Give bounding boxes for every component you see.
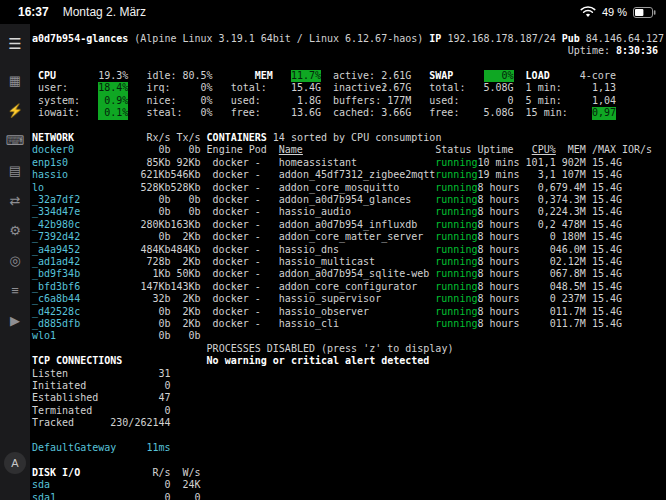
mem-label: buffers: bbox=[333, 95, 381, 107]
container-engine: docker bbox=[213, 219, 249, 231]
ip-address: 192.168.178.187/24 bbox=[447, 33, 555, 45]
container-uptime: 8 hours bbox=[478, 194, 520, 206]
cpu-iowait: 0.1% bbox=[98, 107, 128, 119]
status-date: Montag 2. März bbox=[63, 5, 146, 19]
rx-value: 280Kb bbox=[140, 219, 170, 231]
mem-title: MEM bbox=[255, 70, 273, 82]
container-uptime: 8 hours bbox=[478, 293, 520, 305]
settings-icon[interactable]: ⚙ bbox=[0, 218, 30, 242]
rx-value: 0b bbox=[158, 206, 170, 218]
containers-title: CONTAINERS bbox=[207, 132, 267, 144]
disk-read: 0 bbox=[164, 479, 170, 491]
container-uptime: 8 hours bbox=[478, 219, 520, 231]
load-m15: 0,97 bbox=[592, 107, 616, 119]
terminal-screen[interactable]: a0d7b954-glances(Alpine Linux 3.19.1 64b… bbox=[30, 24, 666, 500]
tcp-value: 0 bbox=[164, 405, 170, 417]
disk-r-header: R/s bbox=[152, 467, 170, 479]
processes-note: PROCESSES DISABLED (press 'z' to display… bbox=[207, 343, 454, 355]
rx-value: 0b bbox=[158, 330, 170, 342]
container-engine: docker bbox=[213, 231, 249, 243]
swap-value: 0 bbox=[508, 95, 514, 107]
interface-name: _334d47e bbox=[32, 206, 80, 218]
terminal-line: Uptime:8:30:36 bbox=[32, 45, 666, 57]
public-ip: 84.146.64.127 bbox=[586, 33, 664, 45]
port-forwarding-icon[interactable]: ⇄ bbox=[0, 188, 30, 212]
col-mem: MEM bbox=[568, 144, 586, 156]
container-uptime: 8 hours bbox=[478, 281, 520, 293]
container-mem: 478M bbox=[562, 219, 586, 231]
history-icon[interactable]: ≡ bbox=[0, 278, 30, 302]
mem-percent: 11.7% bbox=[291, 70, 321, 82]
container-name: hassio_dns bbox=[279, 244, 339, 256]
load-title: LOAD bbox=[526, 70, 550, 82]
col-cpu: CPU% bbox=[532, 144, 556, 156]
terminal-line: _c6a8b4432b2Kbdocker-hassio_supervisorru… bbox=[32, 293, 666, 305]
tx-value: 546Kb bbox=[171, 169, 201, 181]
menu-icon[interactable]: ☰ bbox=[0, 32, 30, 56]
tx-value: 2Kb bbox=[183, 306, 201, 318]
interface-name: wlo1 bbox=[32, 330, 56, 342]
swap-label: used: bbox=[429, 95, 459, 107]
tx-value: 2Kb bbox=[183, 293, 201, 305]
disk-w-header: W/s bbox=[183, 467, 201, 479]
terminal-icon[interactable]: ⌨ bbox=[0, 128, 30, 152]
cpu-label: irq: bbox=[146, 82, 170, 94]
interface-name: _32a7df2 bbox=[32, 194, 80, 206]
status-indicators: 49 % bbox=[580, 6, 656, 18]
interface-name: _bfd3bf6 bbox=[32, 281, 80, 293]
terminal-line: Listen31 bbox=[32, 368, 666, 380]
container-maxmem: 15.4G bbox=[592, 306, 622, 318]
rx-value: 0b bbox=[158, 231, 170, 243]
disk-write: 24K bbox=[183, 479, 201, 491]
interface-name: _bd9f34b bbox=[32, 268, 80, 280]
cpu-value: 0% bbox=[201, 107, 213, 119]
container-name: homeassistant bbox=[279, 157, 357, 169]
container-cpu: 3,1 bbox=[538, 169, 556, 181]
account-avatar[interactable]: A bbox=[4, 452, 26, 474]
tcp-value: 230/262144 bbox=[110, 417, 170, 429]
disk-name: sda1 bbox=[32, 492, 56, 500]
container-mem: 2.12M bbox=[556, 256, 586, 268]
terminal-line: _a4a9452484Kb484Kbdocker-hassio_dnsrunni… bbox=[32, 244, 666, 256]
container-pod: - bbox=[255, 244, 261, 256]
known-hosts-icon[interactable]: ◎ bbox=[0, 248, 30, 272]
swap-title: SWAP bbox=[429, 70, 453, 82]
container-pod: - bbox=[255, 293, 261, 305]
interface-name: _ad1ad42 bbox=[32, 256, 80, 268]
container-maxmem: 15.4G bbox=[592, 169, 622, 181]
container-pod: - bbox=[255, 206, 261, 218]
swap-label: free: bbox=[429, 107, 459, 119]
container-name: addon_a0d7b954_influxdb bbox=[279, 219, 417, 231]
sftp-icon[interactable]: ▤ bbox=[0, 158, 30, 182]
container-maxmem: 15.4G bbox=[592, 281, 622, 293]
container-name: addon_45df7312_zigbee2mqtt bbox=[279, 169, 436, 181]
quick-connect-icon[interactable]: ⚡ bbox=[0, 98, 30, 122]
cpu-label: steal: bbox=[146, 107, 182, 119]
tx-value: 2Kb bbox=[183, 231, 201, 243]
cpu-value: 0% bbox=[201, 82, 213, 94]
container-pod: - bbox=[255, 306, 261, 318]
container-mem: 902M bbox=[562, 157, 586, 169]
container-uptime: 8 hours bbox=[478, 318, 520, 330]
terminal-line: wlo10b0b bbox=[32, 330, 666, 342]
container-uptime: 8 hours bbox=[478, 231, 520, 243]
container-pod: - bbox=[255, 231, 261, 243]
terminal-line: _bd9f34b1Kb50Kbdocker-addon_a0d7b954_sql… bbox=[32, 268, 666, 280]
terminal-line: _334d47e0b0bdocker-hassio_audiorunning8 … bbox=[32, 206, 666, 218]
containers-subtitle: sorted by CPU consumption bbox=[291, 132, 442, 144]
battery-percent: 49 % bbox=[602, 6, 627, 18]
ipad-screen: 16:37 Montag 2. März 49 % A ☰▦⚡⌨▤⇄⚙◎≡ bbox=[0, 0, 666, 500]
container-status: running bbox=[435, 293, 477, 305]
container-name: hassio_multicast bbox=[279, 256, 375, 268]
container-name: addon_core_mosquitto bbox=[279, 182, 399, 194]
container-engine: docker bbox=[213, 306, 249, 318]
session-icon[interactable]: ▶ bbox=[0, 308, 30, 332]
rx-value: 621Kb bbox=[140, 169, 170, 181]
rx-value: 1Kb bbox=[152, 268, 170, 280]
hosts-icon[interactable]: ▦ bbox=[0, 68, 30, 92]
terminal-line: EnginePodNameStatusUptimeCPU%MEM/MAXIOR/… bbox=[32, 144, 666, 156]
cpu-label: iowait: bbox=[38, 107, 80, 119]
container-uptime: 8 hours bbox=[478, 268, 520, 280]
col-status: Status bbox=[435, 144, 471, 156]
tcp-label: Listen bbox=[32, 368, 68, 380]
